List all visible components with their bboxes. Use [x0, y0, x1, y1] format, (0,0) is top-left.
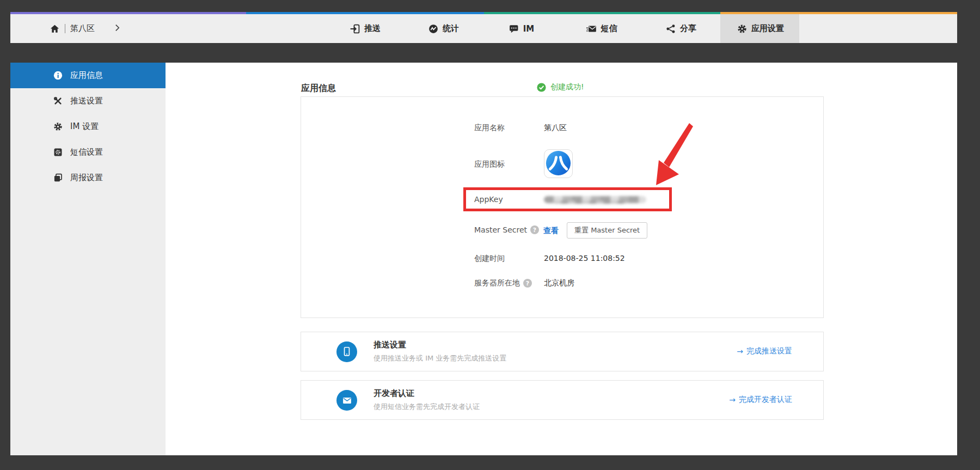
tab-share-label: 分享 [680, 23, 696, 34]
stats-icon [428, 24, 438, 34]
app-name-value: 第八区 [544, 123, 567, 133]
card-title: 开发者认证 [373, 388, 414, 399]
tab-app-settings-label: 应用设置 [751, 23, 784, 34]
page-title: 应用信息 [301, 83, 336, 94]
tab-im[interactable]: IM [509, 14, 535, 43]
gear-icon [737, 24, 747, 34]
tools-icon [53, 96, 63, 106]
complete-developer-verification-link[interactable]: → 完成开发者认证 [729, 395, 792, 405]
status-badge-text: 创建成功! [550, 82, 584, 92]
gear-icon [53, 122, 63, 131]
card-description: 使用推送业务或 IM 业务需先完成推送设置 [373, 353, 506, 363]
app-settings-page: 第八区 推送 统计 IM 短信 [0, 0, 980, 470]
sidebar-item-push-settings[interactable]: 推送设置 [10, 88, 166, 114]
gear-square-icon [53, 148, 63, 157]
tab-share[interactable]: 分享 [666, 14, 696, 43]
created-time-label: 创建时间 [474, 254, 505, 264]
stacked-pages-icon [53, 173, 63, 182]
breadcrumb-app-name: 第八区 [70, 23, 95, 34]
push-settings-card: 推送设置 使用推送业务或 IM 业务需先完成推送设置 → 完成推送设置 [301, 332, 824, 371]
sidebar-item-label: 推送设置 [70, 96, 103, 106]
breadcrumb[interactable]: 第八区 [50, 14, 95, 43]
tab-statistics[interactable]: 统计 [428, 14, 459, 43]
developer-verification-card: 开发者认证 使用短信业务需先完成开发者认证 → 完成开发者认证 [301, 380, 824, 420]
sidebar-item-app-info[interactable]: 应用信息 [10, 63, 166, 88]
main-content: 应用信息 创建成功! 应用名称 第八区 应用图标 [166, 63, 957, 455]
view-master-secret-link[interactable]: 查看 [543, 226, 559, 236]
arrow-right-icon: → [729, 395, 736, 404]
master-secret-label: Master Secret ? [474, 225, 539, 234]
tab-statistics-label: 统计 [443, 23, 459, 34]
app-name-label: 应用名称 [474, 123, 505, 133]
breadcrumb-divider [65, 24, 65, 33]
share-icon [666, 24, 676, 34]
appkey-label: AppKey [474, 195, 503, 204]
created-time-value: 2018-08-25 11:08:52 [544, 254, 625, 263]
card-description: 使用短信业务需先完成开发者认证 [373, 402, 480, 412]
info-icon [53, 71, 63, 80]
tab-push-label: 推送 [364, 23, 381, 34]
sidebar-item-label: 应用信息 [70, 70, 103, 81]
status-badge: 创建成功! [537, 82, 584, 92]
card-title: 推送设置 [373, 340, 406, 350]
sms-envelope-icon [586, 24, 597, 34]
help-icon[interactable]: ? [523, 279, 532, 288]
settings-sidebar: 应用信息 推送设置 IM 设置 短信设置 周报设置 [10, 63, 166, 455]
tab-sms[interactable]: 短信 [586, 14, 617, 43]
tab-im-label: IM [523, 24, 535, 34]
push-icon [350, 24, 360, 34]
arrow-right-icon: → [737, 347, 743, 356]
complete-push-settings-link[interactable]: → 完成推送设置 [737, 346, 792, 356]
app-info-panel: 应用名称 第八区 应用图标 AppKey Master S [301, 96, 824, 318]
envelope-icon [336, 390, 357, 411]
sidebar-item-label: 周报设置 [70, 173, 103, 183]
phone-icon [336, 341, 357, 362]
sidebar-item-weekly-report-settings[interactable]: 周报设置 [10, 165, 166, 191]
sidebar-item-sms-settings[interactable]: 短信设置 [10, 139, 166, 165]
app-icon-image [544, 149, 573, 178]
appkey-masked-value [544, 196, 646, 203]
help-icon[interactable]: ? [530, 225, 539, 234]
topbar-accent-purple [10, 12, 246, 14]
chevron-right-icon[interactable] [115, 23, 120, 34]
server-location-value: 北京机房 [544, 278, 574, 288]
top-navigation-bar: 第八区 推送 统计 IM 短信 [10, 12, 957, 43]
reset-master-secret-button[interactable]: 重置 Master Secret [567, 222, 647, 239]
server-location-label: 服务器所在地 ? [474, 278, 532, 288]
sidebar-item-label: IM 设置 [70, 121, 99, 132]
app-icon-label: 应用图标 [474, 160, 505, 169]
tab-app-settings[interactable]: 应用设置 [737, 14, 784, 43]
sidebar-item-label: 短信设置 [70, 147, 103, 157]
tab-sms-label: 短信 [601, 23, 617, 34]
check-circle-icon [537, 83, 546, 92]
tab-push[interactable]: 推送 [350, 14, 381, 43]
home-icon[interactable] [50, 24, 60, 34]
sidebar-item-im-settings[interactable]: IM 设置 [10, 114, 166, 139]
chat-bubble-icon [509, 24, 519, 34]
